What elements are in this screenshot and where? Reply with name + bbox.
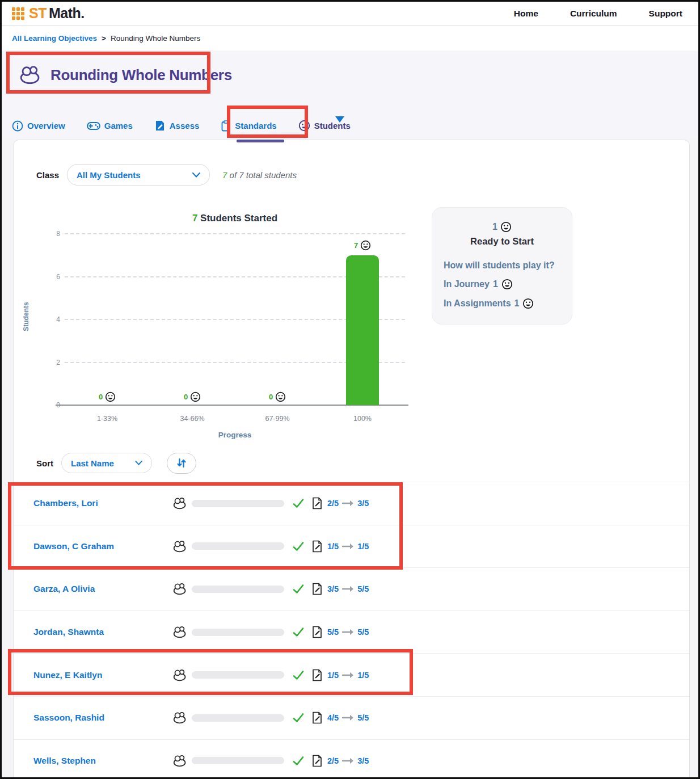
y-tick-label: 8 [42,230,60,238]
check-icon [292,583,305,595]
x-tick-label: 34-66% [150,415,235,423]
sort-select[interactable]: Last Name [61,453,152,473]
bar-value-label: 7 [340,240,385,251]
student-row: Garza, A Olivia 3/5 5/5 [14,567,689,610]
class-filter-row: Class All My Students 7 of 7 total stude… [36,164,689,186]
pre-quiz-score: 1/5 [327,671,339,680]
student-list: Chambers, Lori 2/5 3/5 Dawson, C Gra [14,482,689,779]
bar-value-label: 0 [255,391,300,402]
tab-overview[interactable]: Overview [12,120,65,132]
student-name-link[interactable]: Chambers, Lori [14,498,172,508]
chart-title: 7 Students Started [65,213,405,224]
progress-bar [192,586,284,593]
pre-quiz-score: 3/5 [327,584,339,593]
tab-assess[interactable]: Assess [154,120,200,132]
check-icon [292,669,305,681]
progress-chart-section: 7 Students Started Students 02468 0 0 0 … [14,205,689,443]
tab-students[interactable]: Students [298,120,351,132]
controller-icon [87,120,100,132]
chart-title-rest: Students Started [197,213,277,224]
pre-quiz-score: 2/5 [327,756,339,765]
nav-support[interactable]: Support [649,9,682,19]
x-tick-label: 100% [320,415,405,423]
gridline [65,233,405,234]
breadcrumb: All Learning Objectives > Rounding Whole… [2,26,698,50]
ready-to-start-panel: 1 Ready to Start How will students play … [432,207,572,325]
quiz-score: 2/5 3/5 [327,756,369,765]
chart-plot: 0 0 0 7 [65,234,405,405]
ready-title: Ready to Start [444,236,560,247]
clipboard-icon [221,120,231,132]
objective-icon [172,669,189,681]
in-journey-label: In Journey [444,279,490,289]
student-row: Sassoon, Rashid 4/5 5/5 [14,696,689,739]
breadcrumb-current: Rounding Whole Numbers [111,34,200,43]
top-nav: Home Curriculum Support [514,9,682,19]
pre-quiz-score: 1/5 [327,542,339,551]
post-quiz-score: 3/5 [357,756,369,765]
y-axis-ticks: 02468 [42,234,60,405]
quiz-icon [311,497,323,509]
tab-label: Overview [27,121,65,130]
pencil-square-icon [154,120,166,132]
check-icon [292,712,305,723]
quiz-score: 1/5 1/5 [327,671,369,680]
ready-count-number: 1 [492,222,497,232]
st-math-logo[interactable]: ST Math. [12,5,85,22]
sort-row: Sort Last Name [36,452,689,474]
bar[interactable] [346,255,379,405]
objective-header: Rounding Whole Numbers Overview Games [2,50,698,140]
objective-icon [172,540,189,553]
sort-direction-button[interactable] [167,453,196,474]
arrow-right-icon [342,757,354,764]
student-name-link[interactable]: Wells, Stephen [14,756,172,766]
tab-standards[interactable]: Standards [221,120,276,132]
bar-value-label: 0 [170,391,215,402]
smiley-icon [501,279,513,290]
student-name-link[interactable]: Jordan, Shawnta [14,627,172,637]
y-axis-label: Students [22,288,30,345]
objective-icon [172,583,189,595]
breadcrumb-separator: > [102,34,106,43]
student-name-link[interactable]: Sassoon, Rashid [14,713,172,723]
nav-curriculum[interactable]: Curriculum [570,9,617,19]
sort-select-value: Last Name [71,458,114,468]
progress-bar [192,757,284,764]
top-bar: ST Math. Home Curriculum Support [2,2,698,26]
student-name-link[interactable]: Dawson, C Graham [14,541,172,551]
tab-label: Assess [170,121,200,130]
class-select[interactable]: All My Students [67,164,210,186]
quiz-icon [311,626,323,638]
nav-home[interactable]: Home [514,9,538,19]
progress-bar [192,714,284,722]
student-row: Nunez, E Kaitlyn 1/5 1/5 [14,653,689,696]
quiz-score: 2/5 3/5 [327,499,369,508]
progress-bar [192,500,284,507]
quiz-score: 4/5 5/5 [327,713,369,722]
check-icon [292,541,305,552]
tab-games[interactable]: Games [87,120,133,132]
check-icon [292,755,305,767]
pre-quiz-score: 5/5 [327,628,339,637]
quiz-icon [311,540,323,553]
ready-count: 1 [444,221,560,233]
tab-bar: Overview Games Assess [12,120,351,132]
page: ST Math. Home Curriculum Support All Lea… [0,0,700,779]
sort-label: Sort [36,458,53,468]
x-axis-tick-labels: 1-33%34-66%67-99%100% [65,415,405,423]
smiley-icon [298,120,310,132]
how-play-question[interactable]: How will students play it? [444,260,560,271]
breadcrumb-link[interactable]: All Learning Objectives [12,34,97,43]
chevron-down-icon [192,172,200,178]
post-quiz-score: 5/5 [357,713,369,722]
tab-label: Standards [235,121,276,130]
in-journey-line: In Journey 1 [444,279,560,290]
post-quiz-score: 3/5 [357,499,369,508]
progress-bar [192,542,284,550]
student-name-link[interactable]: Garza, A Olivia [14,584,172,594]
objective-icon [172,497,189,509]
smiley-icon [500,221,512,233]
arrow-right-icon [342,500,354,507]
student-name-link[interactable]: Nunez, E Kaitlyn [14,670,172,680]
info-icon [12,120,23,132]
